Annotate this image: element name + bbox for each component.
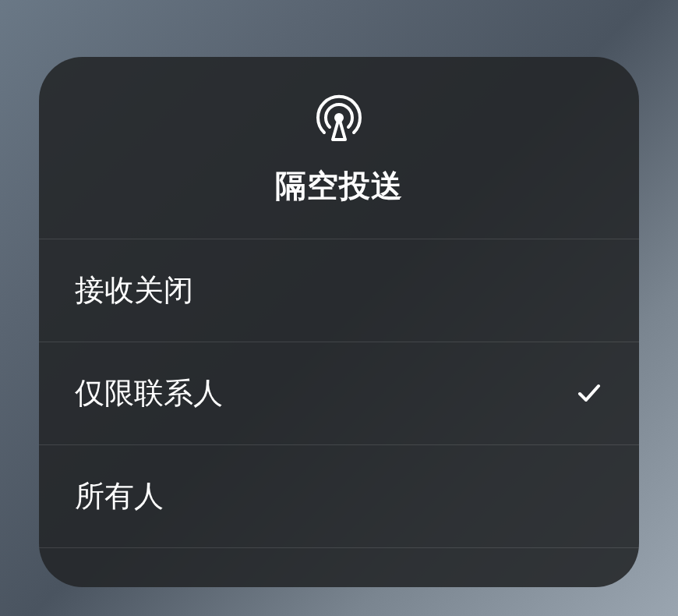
panel-title: 隔空投送 [275, 165, 403, 207]
airdrop-icon [316, 94, 362, 141]
option-label: 所有人 [75, 476, 164, 516]
option-receiving-off[interactable]: 接收关闭 [39, 239, 639, 342]
airdrop-panel: 隔空投送 接收关闭 仅限联系人 所有人 [39, 57, 639, 587]
checkmark-icon [575, 379, 603, 407]
bottom-spacer [39, 548, 639, 587]
panel-header: 隔空投送 [39, 57, 639, 239]
option-label: 接收关闭 [75, 271, 193, 310]
option-everyone[interactable]: 所有人 [39, 445, 639, 548]
option-contacts-only[interactable]: 仅限联系人 [39, 342, 639, 445]
option-label: 仅限联系人 [75, 373, 223, 413]
